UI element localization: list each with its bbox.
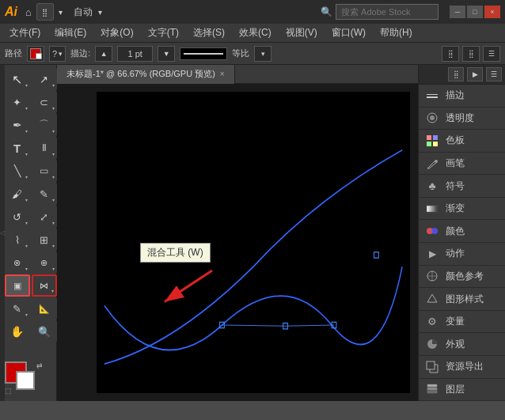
svg-line-5 [286,325,334,326]
pencil-tool[interactable]: ✎ ▾ [32,183,57,205]
options-bar: 路径 ?▾ 描边: ▲ ▼ 等比 ▾ ⣿ ⣿ ☰ [0,43,505,65]
measure-tool[interactable]: 📐 [32,297,57,320]
background-color-swatch[interactable] [16,371,35,390]
search-input[interactable] [336,4,439,20]
panel-gradient[interactable]: 渐变 [419,198,505,221]
default-colors-icon[interactable]: ⬚ [5,387,12,395]
dropdown-arrow[interactable]: ▾ [59,8,63,17]
svg-rect-9 [427,96,438,98]
panel-actions[interactable]: ▶ 动作 [419,243,505,266]
window-controls: ─ □ × [450,6,500,18]
svg-point-11 [430,115,435,120]
eyedropper-tool[interactable]: ✎ ▾ [5,297,30,320]
vertical-type-tool[interactable]: Ⅱ ▾ [32,137,57,159]
menu-view[interactable]: 视图(V) [279,25,324,41]
stroke-style-dropdown[interactable]: ?▾ [49,46,66,62]
canvas-inner[interactable]: 混合工具 (W) [97,92,410,393]
live-paint-tool[interactable]: ⊕ ▾ [32,252,57,274]
menu-file[interactable]: 文件(F) [3,25,47,41]
close-button[interactable]: × [484,6,500,18]
direct-selection-tool[interactable]: ↗ ▾ [32,68,57,90]
appearance-icon [425,337,439,351]
path-label: 路径 [5,47,22,59]
gradient-panel-label: 渐变 [446,202,465,215]
shape-builder-tool[interactable]: ⊗ ▾ [5,252,30,274]
menu-text[interactable]: 文字(T) [142,25,185,41]
stroke-color-btn[interactable] [27,46,44,62]
canvas-background: 混合工具 (W) [57,84,418,401]
menu-edit[interactable]: 编辑(E) [48,25,93,41]
color-swatches: ⇄ ⬚ [5,361,46,395]
panel-asset-export[interactable]: 资源导出 [419,356,505,379]
pen-tool[interactable]: ✒ ▾ [5,114,30,136]
swap-colors-icon[interactable]: ⇄ [36,361,43,369]
rectangle-tool[interactable]: ▭ ▾ [32,160,57,182]
left-toolbar: ◁ ↖ ▾ ↗ ▾ ✦ ▾ ⊂ [0,65,57,401]
stroke-down-btn[interactable]: ▼ [158,46,175,62]
panel-brushes[interactable]: 画笔 [419,153,505,176]
warp-tool[interactable]: ⌇ ▾ [5,229,30,251]
canvas-area[interactable]: 未标题-1* @ 66.67% (RGB/GPU 预览) × [57,65,418,401]
right-panel-top: ⣿ ▶ ☰ [419,65,505,85]
layers-label: 图层 [446,383,465,396]
document-tab[interactable]: 未标题-1* @ 66.67% (RGB/GPU 预览) × [57,65,235,84]
panel-color[interactable]: 颜色 [419,220,505,243]
stroke-type-dropdown[interactable]: ▾ [254,46,271,62]
actions-panel-label: 动作 [446,247,465,260]
maximize-button[interactable]: □ [467,6,483,18]
line-tool[interactable]: ╲ ▾ [5,160,30,182]
graphic-styles-label: 图形样式 [446,293,484,306]
svg-marker-23 [427,294,437,302]
home-icon[interactable]: ⌂ [25,6,32,18]
brushes-panel-label: 画笔 [446,157,465,170]
minimize-button[interactable]: ─ [450,6,465,18]
curvature-tool[interactable]: ⌒ ▾ [32,114,57,136]
svg-line-4 [222,325,285,326]
svg-rect-14 [427,142,431,146]
panel-variables[interactable]: ⚙ 变量 [419,311,505,334]
free-transform-tool[interactable]: ⊞ ▾ [32,229,57,251]
panel-transparency[interactable]: 透明度 [419,108,505,131]
menu-help[interactable]: 帮助(H) [374,25,419,41]
panel-symbols[interactable]: ♣ 符号 [419,175,505,198]
align-btn-1[interactable]: ⣿ [442,46,459,62]
panel-graphic-styles[interactable]: 图形样式 [419,288,505,311]
panel-menu-btn[interactable]: ☰ [483,46,500,62]
magic-wand-tool[interactable]: ✦ ▾ [5,91,30,113]
symbols-panel-icon: ♣ [425,179,439,193]
menu-select[interactable]: 选择(S) [187,25,231,41]
zoom-tool[interactable]: 🔍 [32,320,57,342]
panel-layers[interactable]: 图层 [419,379,505,402]
panel-menu-btn[interactable]: ☰ [486,67,502,81]
title-bar: Ai ⌂ ⣿ ▾ 自动 ▾ 🔍 ─ □ × [0,0,505,24]
stroke-panel-label: 描边 [446,89,465,102]
panel-appearance[interactable]: 外观 [419,333,505,356]
actions-panel-icon: ▶ [425,247,439,261]
svg-rect-26 [427,391,437,393]
layout-icon-btn[interactable]: ⣿ [36,3,54,21]
panel-stroke[interactable]: 描边 [419,85,505,108]
scale-tool[interactable]: ⤢ ▾ [32,206,57,228]
menu-effect[interactable]: 效果(C) [233,25,278,41]
artboard-tool[interactable]: ▣ [5,274,30,297]
rotate-tool[interactable]: ↺ ▾ [5,206,30,228]
tool-row-5: ╲ ▾ ▭ ▾ [5,160,57,182]
blend-tool[interactable]: ⋈ ▾ [32,274,57,297]
stroke-up-btn[interactable]: ▲ [95,46,112,62]
menu-window[interactable]: 窗口(W) [325,25,372,41]
main-layout: ◁ ↖ ▾ ↗ ▾ ✦ ▾ ⊂ [0,65,505,401]
panel-color-guide[interactable]: 颜色参考 [419,266,505,289]
tab-close-btn[interactable]: × [220,70,225,78]
hand-tool[interactable]: ✋ [5,320,30,342]
panel-grid-btn[interactable]: ⣿ [448,67,464,81]
panel-arrow-btn[interactable]: ▶ [467,67,483,81]
selection-tool[interactable]: ↖ ▾ [5,68,30,90]
arrange-dropdown-arrow[interactable]: ▾ [98,8,102,17]
lasso-tool[interactable]: ⊂ ▾ [32,91,57,113]
paintbrush-tool[interactable]: 🖌 ▾ [5,183,30,205]
panel-swatches[interactable]: 色板 [419,130,505,153]
stroke-weight-input[interactable] [117,46,153,62]
align-btn-2[interactable]: ⣿ [462,46,480,62]
type-tool[interactable]: T ▾ [5,137,30,159]
menu-object[interactable]: 对象(O) [94,25,139,41]
